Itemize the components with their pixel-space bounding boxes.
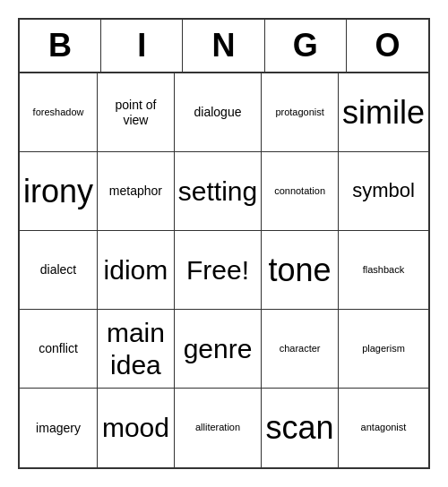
cell-17: genre	[175, 310, 262, 389]
cell-text-7: setting	[178, 175, 257, 208]
header-letter-I: I	[101, 20, 183, 72]
cell-21: mood	[98, 389, 175, 467]
header-letter-O: O	[347, 20, 428, 72]
cell-12: Free!	[175, 231, 262, 310]
cell-16: main idea	[98, 310, 175, 389]
cell-23: scan	[262, 389, 339, 467]
cell-text-20: imagery	[36, 421, 81, 436]
cell-text-23: scan	[266, 408, 334, 447]
cell-text-24: antagonist	[361, 422, 407, 433]
cell-0: foreshadow	[20, 73, 98, 152]
cell-text-11: idiom	[104, 254, 168, 286]
cell-5: irony	[20, 152, 98, 231]
header-letter-N: N	[183, 20, 264, 72]
cell-text-2: dialogue	[194, 105, 242, 120]
cell-2: dialogue	[175, 73, 262, 152]
cell-text-21: mood	[102, 412, 169, 444]
cell-text-19: plagerism	[362, 343, 405, 355]
cell-text-18: character	[280, 343, 321, 355]
bingo-grid: foreshadowpoint of viewdialogueprotagoni…	[20, 73, 428, 467]
bingo-card: BINGO foreshadowpoint of viewdialoguepro…	[18, 18, 430, 469]
cell-20: imagery	[20, 389, 98, 467]
cell-4: simile	[339, 73, 428, 152]
cell-13: tone	[262, 231, 339, 310]
cell-text-1: point of view	[101, 98, 170, 128]
header-letter-B: B	[20, 20, 101, 72]
cell-text-9: symbol	[352, 179, 415, 202]
cell-text-16: main idea	[101, 317, 170, 381]
cell-text-0: foreshadow	[33, 107, 84, 118]
cell-10: dialect	[20, 231, 98, 310]
cell-9: symbol	[339, 152, 428, 231]
cell-11: idiom	[98, 231, 175, 310]
cell-14: flashback	[339, 231, 428, 310]
cell-19: plagerism	[339, 310, 428, 389]
cell-text-8: connotation	[274, 185, 325, 197]
cell-text-5: irony	[23, 172, 93, 210]
cell-text-3: protagonist	[275, 107, 323, 118]
cell-text-6: metaphor	[109, 184, 162, 199]
cell-text-14: flashback	[363, 264, 404, 276]
header-letter-G: G	[265, 20, 347, 72]
cell-15: conflict	[20, 310, 98, 389]
cell-22: alliteration	[175, 389, 262, 467]
cell-6: metaphor	[98, 152, 175, 231]
cell-24: antagonist	[339, 389, 428, 467]
cell-3: protagonist	[262, 73, 339, 152]
cell-text-13: tone	[269, 251, 332, 289]
cell-text-12: Free!	[186, 254, 249, 286]
cell-text-15: conflict	[39, 341, 78, 356]
cell-text-10: dialect	[40, 262, 76, 278]
cell-text-22: alliteration	[195, 422, 240, 433]
bingo-header: BINGO	[20, 20, 428, 73]
cell-text-17: genre	[184, 333, 253, 365]
cell-text-4: simile	[342, 93, 425, 132]
cell-1: point of view	[98, 73, 175, 152]
cell-18: character	[262, 310, 339, 389]
cell-8: connotation	[262, 152, 339, 231]
cell-7: setting	[175, 152, 262, 231]
